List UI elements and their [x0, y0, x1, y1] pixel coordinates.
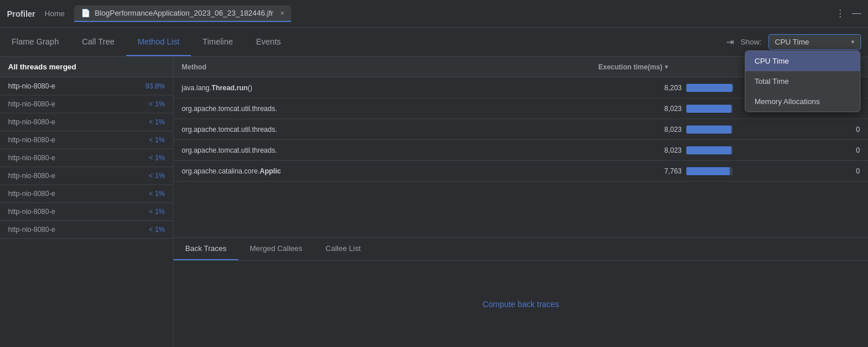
main-area: All threads merged http-nio-8080-e 93.8%…	[0, 57, 868, 347]
table-row[interactable]: org.apache.tomcat.util.threads. 8,023 0	[174, 140, 868, 161]
sidebar-item-pct-6: < 1%	[149, 190, 165, 198]
dropdown-option-cpu-time[interactable]: CPU Time	[745, 51, 860, 71]
exec-bar-wrapper-4	[686, 167, 733, 175]
td-exec-4: 7,763	[590, 167, 741, 175]
tab-bar: Flame Graph Call Tree Method List Timeli…	[0, 28, 868, 57]
tab-callee-list[interactable]: Callee List	[314, 238, 373, 260]
sidebar-item-pct-1: < 1%	[149, 100, 165, 108]
sidebar-item-name-1: http-nio-8080-e	[8, 100, 55, 108]
sort-desc-icon: ▾	[665, 64, 668, 70]
home-link[interactable]: Home	[45, 9, 65, 18]
sidebar-item-0[interactable]: http-nio-8080-e 93.8%	[0, 77, 173, 95]
exec-bar-3	[686, 146, 731, 154]
sidebar-item-8[interactable]: http-nio-8080-e < 1%	[0, 221, 173, 239]
col-exec-header[interactable]: Execution time(ms) ▾	[590, 63, 741, 71]
sidebar-item-name-4: http-nio-8080-e	[8, 154, 55, 162]
td-method-0: java.lang.Thread.run()	[174, 84, 590, 92]
bottom-tabs: Back Traces Merged Callees Callee List	[174, 238, 868, 261]
col-method-header[interactable]: Method	[174, 63, 590, 71]
title-bar: Profiler Home 📄 BlogPerformanceApplicati…	[0, 0, 868, 28]
sidebar-item-name-5: http-nio-8080-e	[8, 172, 55, 180]
navigate-icon[interactable]: ⇥	[726, 36, 734, 47]
sidebar-item-1[interactable]: http-nio-8080-e < 1%	[0, 95, 173, 113]
td-method-3: org.apache.tomcat.util.threads.	[174, 146, 590, 154]
sidebar-item-6[interactable]: http-nio-8080-e < 1%	[0, 185, 173, 203]
tab-bar-right: ⇥ Show: CPU Time ▾ CPU Time Total Time M…	[726, 34, 868, 50]
td-exec-3: 8,023	[590, 146, 741, 154]
sidebar-item-name-8: http-nio-8080-e	[8, 226, 55, 234]
td-own-4: 0	[741, 167, 868, 175]
sidebar-item-pct-3: < 1%	[149, 136, 165, 144]
td-exec-0: 8,203	[590, 84, 741, 92]
bottom-section: Back Traces Merged Callees Callee List C…	[174, 237, 868, 347]
dropdown-option-total-time[interactable]: Total Time	[745, 71, 860, 91]
exec-bar-0	[686, 84, 733, 92]
file-icon: 📄	[81, 9, 90, 17]
sidebar-item-pct-4: < 1%	[149, 154, 165, 162]
compute-back-traces-link[interactable]: Compute back traces	[483, 300, 559, 309]
title-bar-actions: ⋮ —	[836, 8, 861, 19]
exec-bar-1	[686, 105, 731, 113]
sidebar-item-name-2: http-nio-8080-e	[8, 118, 55, 126]
sidebar-item-pct-7: < 1%	[149, 208, 165, 216]
dropdown-option-memory-allocations[interactable]: Memory Allocations	[745, 91, 860, 112]
exec-bar-wrapper-0	[686, 84, 733, 92]
sidebar-item-2[interactable]: http-nio-8080-e < 1%	[0, 113, 173, 131]
dropdown-selected-label: CPU Time	[775, 38, 809, 46]
tab-back-traces[interactable]: Back Traces	[174, 238, 238, 260]
app-name: Profiler	[7, 9, 35, 19]
td-method-2: org.apache.tomcat.util.threads.	[174, 125, 590, 134]
sidebar-item-name-0: http-nio-8080-e	[8, 82, 55, 90]
td-exec-2: 8,023	[590, 125, 741, 134]
sidebar: All threads merged http-nio-8080-e 93.8%…	[0, 57, 174, 347]
close-tab-button[interactable]: ×	[280, 9, 284, 17]
sidebar-item-7[interactable]: http-nio-8080-e < 1%	[0, 203, 173, 221]
td-own-3: 0	[741, 146, 868, 154]
exec-bar-wrapper-1	[686, 105, 733, 113]
sidebar-item-3[interactable]: http-nio-8080-e < 1%	[0, 131, 173, 149]
chevron-down-icon: ▾	[851, 38, 855, 46]
bottom-content: Compute back traces	[174, 261, 868, 347]
exec-bar-wrapper-3	[686, 146, 733, 154]
file-tab-title: BlogPerformanceApplication_2023_06_23_18…	[95, 9, 274, 17]
table-row[interactable]: org.apache.tomcat.util.threads. 8,023 0	[174, 119, 868, 140]
exec-bar-wrapper-2	[686, 125, 733, 134]
td-own-2: 0	[741, 125, 868, 134]
sidebar-item-4[interactable]: http-nio-8080-e < 1%	[0, 149, 173, 167]
table-row[interactable]: org.apache.catalina.core.Applic 7,763 0	[174, 161, 868, 182]
sidebar-item-pct-8: < 1%	[149, 226, 165, 234]
sidebar-item-5[interactable]: http-nio-8080-e < 1%	[0, 167, 173, 185]
sidebar-item-pct-2: < 1%	[149, 118, 165, 126]
tab-method-list[interactable]: Method List	[126, 28, 191, 56]
dropdown-menu: CPU Time Total Time Memory Allocations	[745, 50, 860, 112]
tab-timeline[interactable]: Timeline	[191, 28, 244, 56]
tab-flame-graph[interactable]: Flame Graph	[0, 28, 71, 56]
td-method-4: org.apache.catalina.core.Applic	[174, 167, 590, 175]
sidebar-item-pct-5: < 1%	[149, 172, 165, 180]
exec-bar-4	[686, 167, 730, 175]
file-tab[interactable]: 📄 BlogPerformanceApplication_2023_06_23_…	[74, 5, 292, 22]
sidebar-item-name-6: http-nio-8080-e	[8, 190, 55, 198]
td-exec-1: 8,023	[590, 105, 741, 113]
show-label: Show:	[741, 38, 762, 46]
sidebar-item-name-7: http-nio-8080-e	[8, 208, 55, 216]
more-options-icon[interactable]: ⋮	[836, 8, 845, 19]
sidebar-item-name-3: http-nio-8080-e	[8, 136, 55, 144]
tab-merged-callees[interactable]: Merged Callees	[238, 238, 314, 260]
tab-call-tree[interactable]: Call Tree	[71, 28, 126, 56]
sidebar-header: All threads merged	[0, 57, 173, 77]
show-dropdown-button[interactable]: CPU Time ▾ CPU Time Total Time Memory Al…	[768, 34, 861, 50]
sidebar-item-pct-0: 93.8%	[145, 82, 165, 90]
minimize-icon[interactable]: —	[852, 8, 861, 19]
exec-bar-2	[686, 125, 731, 134]
tab-events[interactable]: Events	[245, 28, 293, 56]
td-method-1: org.apache.tomcat.util.threads.	[174, 105, 590, 113]
